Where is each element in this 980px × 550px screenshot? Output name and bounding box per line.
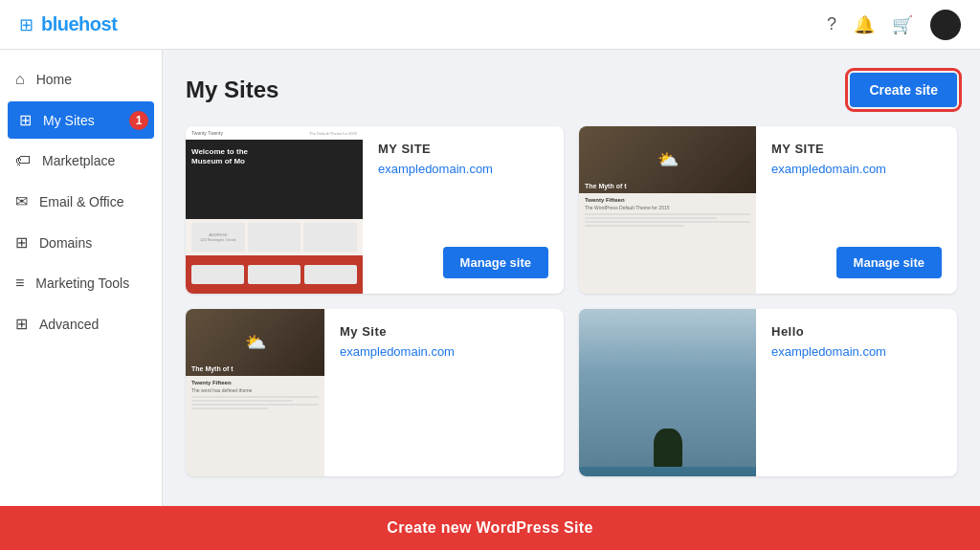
banner-text: Create new WordPress Site xyxy=(387,519,592,536)
home-icon: ⌂ xyxy=(15,71,25,88)
manage-site-button-2[interactable]: Manage site xyxy=(836,247,942,278)
advanced-icon: ⊞ xyxy=(15,315,28,333)
tt-header: Twenty Twenty The Default Theme for 2020 xyxy=(186,126,363,140)
site-thumbnail-1: Twenty Twenty The Default Theme for 2020… xyxy=(186,126,363,294)
tf-image-area: ⛅ The Myth of t xyxy=(579,126,756,193)
sidebar-item-marketing-tools[interactable]: ≡ Marketing Tools xyxy=(0,263,162,303)
sidebar-item-label: Marketplace xyxy=(42,153,115,168)
tf-image-area-3: ⛅ The Myth of t xyxy=(186,309,324,376)
site-info-4: Hello exampledomain.com xyxy=(756,309,957,476)
sidebar-item-domains[interactable]: ⊞ Domains xyxy=(0,222,162,263)
site-info-2: MY SITE exampledomain.com Manage site xyxy=(756,126,957,294)
sidebar-item-my-sites-wrapper: ⊞ My Sites 1 xyxy=(0,101,162,139)
site-thumbnail-3: ⛅ The Myth of t Twenty Fifteen The word … xyxy=(186,309,324,476)
sidebar: ⌂ Home ⊞ My Sites 1 🏷 Marketplace ✉ Emai… xyxy=(0,50,163,506)
brand-name: bluehost xyxy=(41,13,117,35)
marketplace-icon: 🏷 xyxy=(15,152,31,169)
thumb-twenty-twenty-1: Twenty Twenty The Default Theme for 2020… xyxy=(186,126,363,294)
help-icon[interactable]: ? xyxy=(827,14,836,34)
manage-site-button-1[interactable]: Manage site xyxy=(443,247,548,278)
site-card-4: Hello exampledomain.com xyxy=(579,309,957,476)
sidebar-item-home[interactable]: ⌂ Home xyxy=(0,59,162,99)
sidebar-item-email-office[interactable]: ✉ Email & Office xyxy=(0,181,162,222)
site-thumbnail-2: ⛅ The Myth of t Twenty Fifteen The WordP… xyxy=(579,126,756,294)
site-thumbnail-4 xyxy=(579,309,756,476)
sidebar-item-advanced[interactable]: ⊞ Advanced xyxy=(0,303,162,344)
site-name-4: Hello xyxy=(771,324,942,339)
thumb-hello-4 xyxy=(579,309,756,476)
main-layout: ⌂ Home ⊞ My Sites 1 🏷 Marketplace ✉ Emai… xyxy=(0,50,980,506)
sidebar-item-label: Domains xyxy=(39,235,92,251)
bell-icon[interactable]: 🔔 xyxy=(854,14,875,35)
email-icon: ✉ xyxy=(15,192,28,210)
sidebar-item-label: Email & Office xyxy=(39,194,123,209)
create-site-button[interactable]: Create site xyxy=(850,73,957,107)
bottom-banner[interactable]: Create new WordPress Site xyxy=(0,506,980,550)
site-domain-3: exampledomain.com xyxy=(340,344,548,359)
my-sites-badge: 1 xyxy=(129,111,148,130)
avatar[interactable] xyxy=(930,10,961,40)
top-header: ⊞ bluehost ? 🔔 🛒 xyxy=(0,0,980,50)
sidebar-item-label: Home xyxy=(36,72,72,87)
site-domain-1: exampledomain.com xyxy=(378,162,548,176)
site-card-2: ⛅ The Myth of t Twenty Fifteen The WordP… xyxy=(579,126,957,294)
site-info-3: My Site exampledomain.com xyxy=(324,309,564,476)
site-name-3: My Site xyxy=(340,324,548,339)
content-area: My Sites Create site Twenty Twenty The D… xyxy=(163,50,980,506)
grid-icon: ⊞ xyxy=(19,14,33,35)
thumb-twenty-fifteen-3: ⛅ The Myth of t Twenty Fifteen The word … xyxy=(186,309,324,476)
header-actions: ? 🔔 🛒 xyxy=(827,10,961,40)
cart-icon[interactable]: 🛒 xyxy=(892,14,913,35)
site-card-1: Twenty Twenty The Default Theme for 2020… xyxy=(186,126,564,294)
sidebar-item-marketplace[interactable]: 🏷 Marketplace xyxy=(0,141,162,181)
sidebar-item-label: Marketing Tools xyxy=(35,275,129,291)
sidebar-item-label: Advanced xyxy=(39,317,99,332)
site-card-3: ⛅ The Myth of t Twenty Fifteen The word … xyxy=(186,309,564,476)
page-title: My Sites xyxy=(186,77,278,103)
domains-icon: ⊞ xyxy=(15,233,28,252)
thumb-twenty-fifteen-2: ⛅ The Myth of t Twenty Fifteen The WordP… xyxy=(579,126,756,294)
wp-icon: ⊞ xyxy=(19,111,32,129)
site-domain-4: exampledomain.com xyxy=(771,344,942,359)
site-name-2: MY SITE xyxy=(771,142,942,156)
tt-footer xyxy=(186,255,363,294)
site-domain-2: exampledomain.com xyxy=(771,162,942,176)
site-info-1: MY SITE exampledomain.com Manage site xyxy=(363,126,564,294)
tt-hero: Welcome to theMuseum of Mo xyxy=(186,140,363,219)
logo[interactable]: ⊞ bluehost xyxy=(19,13,117,35)
sites-grid: Twenty Twenty The Default Theme for 2020… xyxy=(186,126,957,476)
content-header: My Sites Create site xyxy=(186,73,957,107)
marketing-icon: ≡ xyxy=(15,275,24,292)
sidebar-item-label: My Sites xyxy=(43,113,95,128)
site-name-1: MY SITE xyxy=(378,142,548,156)
